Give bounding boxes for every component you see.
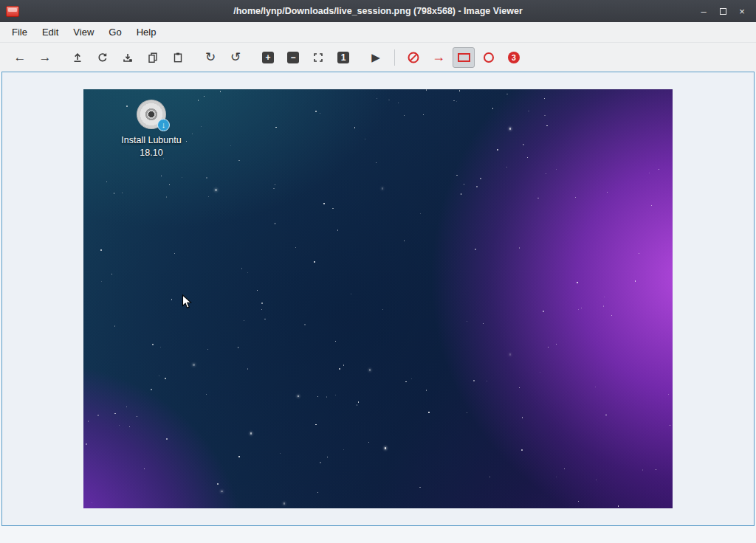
- star: [273, 188, 275, 190]
- paste-button[interactable]: [167, 47, 189, 68]
- no-annotation-icon: [407, 51, 420, 64]
- paste-icon: [172, 52, 184, 63]
- star: [523, 144, 524, 145]
- rotate-clockwise-icon: ↻: [205, 49, 216, 65]
- rectangle-annotation-icon: [458, 53, 470, 62]
- star: [126, 407, 127, 407]
- star: [250, 432, 252, 435]
- star: [151, 389, 152, 390]
- zoom-in-button[interactable]: +: [257, 47, 279, 68]
- app-icon: [6, 6, 19, 17]
- star: [320, 462, 321, 463]
- desktop-icon-label-line1: Install Lubuntu: [121, 134, 181, 147]
- copy-button[interactable]: [142, 47, 164, 68]
- close-button[interactable]: ×: [734, 3, 750, 19]
- arrow-annotation-icon: →: [432, 49, 445, 65]
- star: [578, 501, 579, 502]
- maximize-button[interactable]: [715, 3, 731, 19]
- titlebar[interactable]: /home/lynp/Downloads/live_session.png (7…: [0, 0, 756, 22]
- star: [204, 96, 205, 97]
- star: [595, 387, 597, 388]
- star: [247, 368, 249, 370]
- toolbar-separator: [394, 49, 395, 66]
- circle-annotation-button[interactable]: [478, 47, 500, 68]
- menu-go[interactable]: Go: [101, 24, 128, 41]
- star: [335, 341, 336, 342]
- star: [261, 309, 262, 310]
- save-button[interactable]: [117, 47, 139, 68]
- image-viewport[interactable]: ↓ Install Lubuntu 18.10: [1, 72, 755, 526]
- back-button[interactable]: ←: [9, 47, 31, 68]
- circle-annotation-icon: [484, 52, 494, 63]
- menu-view[interactable]: View: [66, 24, 101, 41]
- star: [264, 319, 266, 320]
- reload-button[interactable]: [92, 47, 114, 68]
- star: [111, 274, 112, 274]
- desktop-icon-label-line2: 18.10: [121, 147, 181, 159]
- star: [581, 308, 582, 308]
- star: [668, 394, 669, 395]
- star: [193, 364, 195, 366]
- star: [506, 94, 508, 95]
- forward-button[interactable]: →: [34, 47, 56, 68]
- arrow-annotation-button[interactable]: →: [427, 47, 450, 68]
- star: [317, 396, 318, 397]
- star: [453, 100, 455, 102]
- zoom-out-button[interactable]: −: [282, 47, 304, 68]
- menu-file[interactable]: File: [4, 24, 35, 41]
- upload-button[interactable]: [66, 47, 89, 68]
- star: [618, 505, 619, 507]
- star: [577, 282, 578, 283]
- back-icon: ←: [14, 50, 27, 65]
- star: [546, 125, 548, 127]
- star: [337, 229, 339, 231]
- download-badge-icon: ↓: [157, 119, 170, 131]
- star: [656, 469, 656, 470]
- menu-help[interactable]: Help: [129, 24, 164, 41]
- star: [315, 424, 317, 426]
- upload-icon: [72, 52, 83, 63]
- star: [544, 98, 545, 99]
- cd-disc-icon: ↓: [137, 100, 166, 129]
- menu-edit[interactable]: Edit: [35, 24, 66, 41]
- star: [220, 91, 221, 92]
- star: [385, 447, 387, 449]
- zoom-in-icon: +: [262, 52, 274, 63]
- play-slideshow-button[interactable]: ▶: [365, 47, 387, 68]
- rotate-counterclockwise-button[interactable]: ↺: [224, 47, 247, 68]
- star: [522, 417, 523, 418]
- star: [369, 369, 371, 371]
- zoom-original-button[interactable]: 1: [332, 47, 354, 68]
- star: [605, 415, 607, 416]
- star: [92, 502, 92, 503]
- star: [358, 401, 360, 403]
- star: [405, 381, 407, 383]
- star: [284, 502, 286, 505]
- number-annotation-button[interactable]: 3: [503, 47, 525, 68]
- no-annotation-button[interactable]: [402, 47, 425, 68]
- rectangle-annotation-button[interactable]: [453, 47, 475, 68]
- star: [548, 347, 549, 347]
- star: [428, 412, 430, 413]
- star: [546, 173, 546, 174]
- star: [100, 249, 102, 251]
- zoom-original-icon: 1: [337, 52, 349, 63]
- star: [596, 480, 597, 480]
- star: [335, 395, 337, 396]
- statusbar: [0, 526, 756, 543]
- star: [635, 280, 636, 282]
- star: [238, 456, 240, 457]
- star: [456, 175, 458, 176]
- star: [404, 241, 405, 241]
- minimize-button[interactable]: –: [695, 3, 712, 19]
- star: [144, 468, 145, 469]
- star: [206, 177, 207, 179]
- star: [473, 380, 475, 381]
- number-annotation-icon: 3: [508, 52, 520, 63]
- star: [152, 344, 154, 345]
- desktop-icon-label: Install Lubuntu 18.10: [121, 134, 181, 159]
- zoom-fit-button[interactable]: [307, 47, 329, 68]
- star: [411, 378, 412, 379]
- star: [365, 139, 365, 139]
- rotate-clockwise-button[interactable]: ↻: [199, 47, 221, 68]
